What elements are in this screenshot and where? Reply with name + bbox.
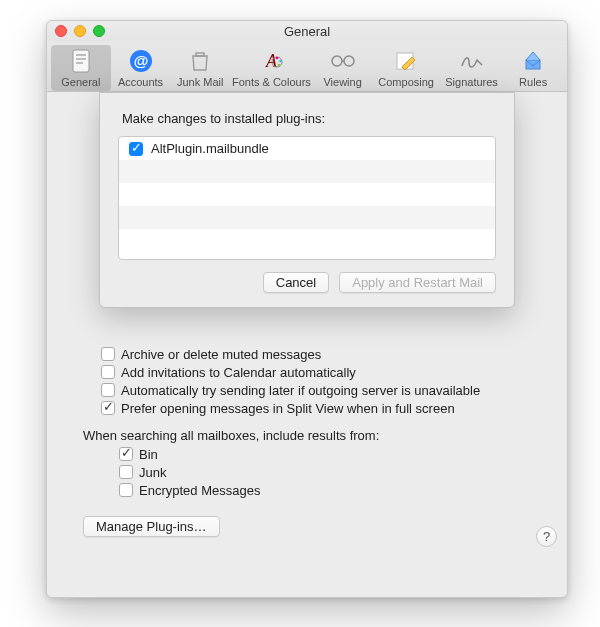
tab-composing[interactable]: Composing [372,45,439,91]
tab-junk-mail[interactable]: Junk Mail [170,45,230,91]
preferences-window: General General @ Accounts Junk Mail A F… [46,20,568,598]
composing-icon [392,48,420,74]
checkbox[interactable] [119,465,133,479]
tab-general[interactable]: General [51,45,111,91]
general-icon [67,48,95,74]
svg-rect-0 [73,50,89,72]
preferences-toolbar: General @ Accounts Junk Mail A Fonts & C… [47,41,567,92]
option-label: Junk [139,465,166,480]
rules-icon [519,48,547,74]
plugin-name: AltPlugin.mailbundle [151,141,269,156]
svg-point-13 [344,56,354,66]
plugin-checkbox[interactable] [129,142,143,156]
tab-label: Accounts [118,76,163,88]
tab-rules[interactable]: Rules [503,45,563,91]
svg-text:@: @ [133,52,148,69]
apply-restart-button[interactable]: Apply and Restart Mail [339,272,496,293]
search-junk[interactable]: Junk [119,465,537,480]
viewing-icon [329,48,357,74]
plugin-row-empty [119,183,495,206]
checkbox[interactable] [101,401,115,415]
tab-label: Signatures [445,76,498,88]
checkbox[interactable] [101,383,115,397]
option-retry[interactable]: Automatically try sending later if outgo… [101,383,537,398]
plugin-list: AltPlugin.mailbundle [118,136,496,260]
checkbox[interactable] [101,365,115,379]
tab-label: Fonts & Colours [232,76,311,88]
fonts-colours-icon: A [257,48,285,74]
search-section-label: When searching all mailboxes, include re… [83,428,537,443]
junk-mail-icon [186,48,214,74]
option-archive[interactable]: Archive or delete muted messages [101,347,537,362]
svg-rect-1 [76,54,86,56]
svg-point-12 [332,56,342,66]
tab-signatures[interactable]: Signatures [440,45,504,91]
window-title: General [47,24,567,39]
tab-viewing[interactable]: Viewing [313,45,373,91]
option-splitview[interactable]: Prefer opening messages in Split View wh… [101,401,537,416]
signatures-icon [458,48,486,74]
svg-point-9 [276,57,279,60]
svg-point-10 [280,60,283,63]
tab-label: Viewing [323,76,361,88]
plugin-sheet: Make changes to installed plug-ins: AltP… [99,92,515,308]
option-label: Add invitations to Calendar automaticall… [121,365,356,380]
tab-label: Composing [378,76,434,88]
checkbox[interactable] [119,447,133,461]
accounts-icon: @ [127,48,155,74]
search-encrypted[interactable]: Encrypted Messages [119,483,537,498]
option-label: Prefer opening messages in Split View wh… [121,401,455,416]
option-label: Archive or delete muted messages [121,347,321,362]
sheet-title: Make changes to installed plug-ins: [122,111,496,126]
checkbox[interactable] [101,347,115,361]
tab-accounts[interactable]: @ Accounts [111,45,171,91]
svg-text:A: A [265,51,278,71]
svg-rect-6 [196,53,204,56]
cancel-button[interactable]: Cancel [263,272,329,293]
svg-rect-3 [76,62,83,64]
sheet-actions: Cancel Apply and Restart Mail [118,272,496,293]
tab-label: Junk Mail [177,76,223,88]
plugin-row-empty [119,229,495,252]
plugin-row-empty [119,206,495,229]
option-invitations[interactable]: Add invitations to Calendar automaticall… [101,365,537,380]
search-bin[interactable]: Bin [119,447,537,462]
svg-point-11 [278,64,281,67]
content-area: Make changes to installed plug-ins: AltP… [47,92,567,557]
svg-rect-2 [76,58,86,60]
help-button[interactable]: ? [536,526,557,547]
manage-plugins-button[interactable]: Manage Plug-ins… [83,516,220,537]
tab-fonts-colours[interactable]: A Fonts & Colours [230,45,313,91]
titlebar: General [47,21,567,41]
tab-label: Rules [519,76,547,88]
plugin-row-empty [119,160,495,183]
option-label: Encrypted Messages [139,483,260,498]
option-label: Automatically try sending later if outgo… [121,383,480,398]
option-label: Bin [139,447,158,462]
checkbox[interactable] [119,483,133,497]
plugin-row[interactable]: AltPlugin.mailbundle [119,137,495,160]
tab-label: General [61,76,100,88]
